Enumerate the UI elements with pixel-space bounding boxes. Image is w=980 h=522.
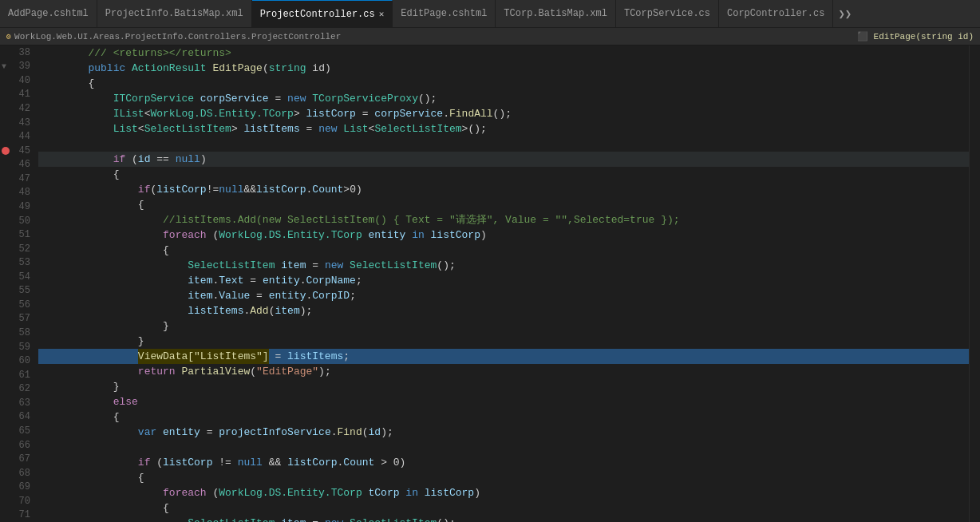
code-line-45: if (id == null) bbox=[38, 152, 969, 167]
gutter-row-46: 46 bbox=[0, 158, 35, 172]
token-kw-ctrl: if bbox=[138, 182, 151, 197]
code-line-41: ITCorpService corpService = new TCorpSer… bbox=[38, 91, 969, 106]
token-var-local: id bbox=[138, 152, 151, 167]
token-var-local: entity bbox=[369, 227, 406, 243]
line-number: 52 bbox=[19, 243, 30, 255]
indent-whitespace bbox=[38, 106, 113, 121]
line-number: 60 bbox=[19, 355, 30, 366]
token-plain: . bbox=[243, 303, 250, 318]
token-plain: ; bbox=[343, 349, 350, 364]
token-plain: } bbox=[138, 334, 144, 349]
token-plain: >(); bbox=[462, 121, 487, 136]
code-line-46: { bbox=[38, 167, 969, 182]
token-type: ITCorpService bbox=[113, 91, 194, 106]
token-var-local: item bbox=[275, 303, 299, 318]
token-plain bbox=[343, 516, 350, 522]
line-number: 45 bbox=[19, 145, 30, 156]
line-number: 49 bbox=[19, 201, 30, 212]
gutter-row-52: 52 bbox=[0, 242, 35, 256]
token-type: List bbox=[113, 121, 138, 136]
tab-overflow-button[interactable]: ❯❯ bbox=[833, 7, 856, 21]
code-line-52: SelectListItem item = new SelectListItem… bbox=[38, 258, 969, 273]
line-number: 53 bbox=[19, 257, 30, 268]
token-plain: { bbox=[163, 243, 169, 258]
tab-tcorpbatismap[interactable]: TCorp.BatisMap.xml bbox=[496, 0, 616, 28]
token-var-local: listCorp bbox=[287, 455, 337, 470]
token-plain: ) bbox=[200, 152, 207, 167]
gutter-row-57: 57 bbox=[0, 312, 35, 326]
line-number: 61 bbox=[19, 370, 30, 381]
breakpoint-indicator bbox=[2, 147, 10, 155]
gutter-row-39: ▼39 bbox=[0, 60, 35, 74]
collapse-arrow-icon[interactable]: ▼ bbox=[2, 62, 6, 71]
tab-corpcontroller[interactable]: CorpController.cs bbox=[719, 0, 833, 28]
tab-label: AddPage.cshtml bbox=[8, 8, 89, 19]
code-line-47: if(listCorp!=null&&listCorp.Count>0) bbox=[38, 182, 969, 197]
token-plain: . bbox=[212, 288, 219, 303]
code-line-63: var entity = projectInfoService.Find(id)… bbox=[38, 425, 969, 440]
token-plain: >0) bbox=[343, 182, 362, 197]
token-var-local: listItems bbox=[188, 303, 243, 318]
tab-editpage[interactable]: EditPage.cshtml bbox=[393, 0, 496, 28]
token-plain: { bbox=[113, 409, 120, 425]
token-type: SelectListItem bbox=[188, 516, 275, 522]
code-line-56: } bbox=[38, 318, 969, 334]
gutter-row-43: 43 bbox=[0, 116, 35, 130]
indent-whitespace bbox=[38, 167, 113, 182]
token-method: Add bbox=[250, 303, 268, 318]
line-number: 63 bbox=[19, 397, 30, 409]
token-kw: null bbox=[176, 152, 200, 167]
token-plain: ( bbox=[250, 364, 256, 379]
indent-whitespace bbox=[38, 379, 113, 394]
token-var-local: listCorp bbox=[163, 455, 212, 470]
tab-tcorpservice[interactable]: TCorpService.cs bbox=[616, 0, 719, 28]
tab-projectcontroller[interactable]: ProjectController.cs ✕ bbox=[252, 0, 393, 28]
indent-whitespace bbox=[38, 409, 113, 425]
line-number: 44 bbox=[19, 131, 30, 142]
token-plain: && bbox=[244, 182, 257, 197]
line-number: 51 bbox=[19, 229, 30, 240]
token-plain bbox=[238, 121, 244, 136]
code-line-51: { bbox=[38, 243, 969, 258]
token-plain bbox=[362, 485, 369, 500]
line-number: 68 bbox=[19, 468, 30, 479]
method-icon: ⬛ bbox=[857, 32, 868, 42]
gutter-row-42: 42 bbox=[0, 101, 35, 116]
token-var-local: item bbox=[188, 273, 212, 288]
token-plain: . bbox=[338, 455, 344, 470]
indent-whitespace bbox=[38, 485, 163, 500]
token-plain: == bbox=[150, 152, 175, 167]
token-kw: null bbox=[219, 182, 243, 197]
token-type: SelectListItem bbox=[374, 121, 461, 136]
token-plain: = bbox=[269, 91, 287, 106]
token-plain: < bbox=[144, 106, 151, 121]
token-plain bbox=[362, 227, 369, 243]
token-var-local: item bbox=[281, 516, 306, 522]
code-content[interactable]: /// <returns></returns> public ActionRes… bbox=[35, 45, 969, 522]
token-kw: public bbox=[88, 61, 125, 76]
indent-whitespace bbox=[38, 349, 138, 364]
token-plain: = bbox=[356, 106, 374, 121]
token-comment: //listItems.Add(new SelectListItem() { T… bbox=[163, 212, 680, 227]
token-plain: } bbox=[163, 318, 169, 334]
gutter-row-69: 69 bbox=[0, 480, 35, 494]
tab-projectinfo[interactable]: ProjectInfo.BatisMap.xml bbox=[97, 0, 252, 28]
tab-addpage[interactable]: AddPage.cshtml bbox=[0, 0, 97, 28]
line-number: 56 bbox=[19, 299, 30, 310]
token-plain bbox=[343, 258, 350, 273]
token-plain: { bbox=[138, 197, 144, 212]
gutter-row-58: 58 bbox=[0, 326, 35, 340]
code-line-55: listItems.Add(item); bbox=[38, 303, 969, 318]
token-method: FindAll bbox=[449, 106, 493, 121]
token-method: EditPage bbox=[212, 61, 262, 76]
token-prop: CorpID bbox=[312, 288, 350, 303]
token-plain bbox=[418, 485, 425, 500]
breadcrumb-namespace: WorkLog.Web.UI.Areas.ProjectInfo.Control… bbox=[14, 32, 341, 42]
indent-whitespace bbox=[38, 182, 138, 197]
indent-whitespace bbox=[38, 227, 163, 243]
scrollbar[interactable] bbox=[969, 45, 980, 522]
token-type: WorkLog.DS.Entity.TCorp bbox=[219, 485, 362, 500]
token-plain bbox=[125, 61, 132, 76]
line-number: 70 bbox=[19, 496, 30, 507]
token-prop: CorpName bbox=[306, 273, 356, 288]
